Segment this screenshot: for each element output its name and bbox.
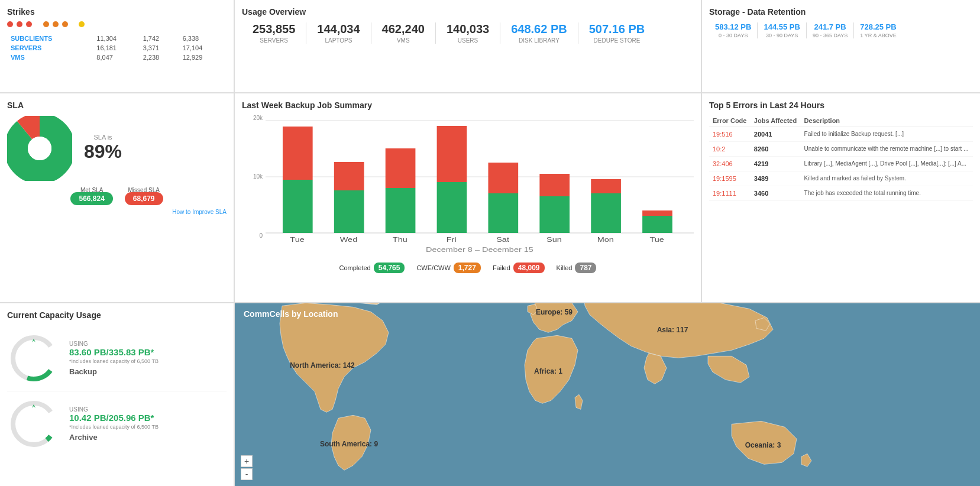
backup-gauge	[7, 332, 60, 385]
laptops-label: LAPTOPS	[317, 37, 360, 44]
svg-text:Oceania: 3: Oceania: 3	[745, 442, 781, 450]
svg-rect-19	[591, 193, 621, 233]
map-panel: CommCells by Location	[235, 303, 980, 486]
storage-0-30-label: 0 - 30 DAYS	[715, 33, 751, 38]
usage-metric-users: 140,033 USERS	[436, 22, 500, 44]
backup-title-label: Backup	[69, 367, 227, 376]
usage-metric-servers: 253,855 SERVERS	[242, 22, 306, 44]
zoom-out-button[interactable]: -	[241, 468, 253, 480]
legend-cwe: CWE/CWW 1,727	[416, 263, 480, 273]
table-row: 32:406 4219 Library [...], MediaAgent [.…	[709, 156, 973, 171]
zoom-in-button[interactable]: +	[241, 455, 253, 467]
strikes-dots	[7, 21, 227, 30]
table-row: 19:516 20041 Failed to initialize Backup…	[709, 127, 973, 141]
svg-text:North America: 142: North America: 142	[290, 362, 355, 370]
sla-title: SLA	[7, 101, 227, 110]
error-code-4[interactable]: 19:1111	[709, 186, 751, 200]
archive-gauge	[7, 397, 60, 451]
archive-title-label: Archive	[69, 433, 227, 442]
strikes-title: Strikes	[7, 7, 227, 17]
table-row: 19:1111 3460 The job has exceeded the to…	[709, 186, 973, 200]
table-row: VMS 8,047 2,238 12,929	[8, 53, 225, 61]
svg-point-2	[28, 137, 51, 160]
usage-metric-vms: 462,240 VMs	[371, 22, 436, 44]
storage-30-90: 144.55 PB 30 - 90 DAYS	[758, 22, 806, 38]
storage-0-30: 583.12 PB 0 - 30 DAYS	[709, 22, 758, 38]
cwe-count: 1,727	[454, 263, 481, 273]
legend-killed: Killed 787	[557, 263, 597, 273]
archive-note: *Includes loaned capacity of 6,500 TB	[69, 424, 227, 430]
sla-pie-chart	[7, 116, 72, 181]
strikes-table: SUBCLIENTS 11,304 1,742 6,338 SERVERS 16…	[7, 33, 227, 63]
users-value: 140,033	[447, 22, 489, 36]
error-code-2[interactable]: 32:406	[709, 156, 751, 171]
archive-value: 10.42 PB/205.96 PB*	[69, 413, 227, 423]
error-code-1[interactable]: 10:2	[709, 141, 751, 156]
subclients-col1: 11,304	[94, 34, 139, 43]
svg-text:Sat: Sat	[496, 236, 509, 243]
svg-rect-16	[488, 163, 518, 193]
storage-30-90-value: 144.55 PB	[764, 22, 800, 31]
svg-rect-22	[642, 210, 672, 216]
servers-col3: 17,104	[180, 44, 225, 52]
error-code-0[interactable]: 19:516	[709, 127, 751, 141]
storage-90-365-value: 241.7 PB	[813, 22, 848, 31]
jobs-4: 3460	[751, 186, 801, 200]
dot-yellow-1	[79, 21, 85, 27]
y-label-10k: 10k	[242, 173, 263, 180]
svg-text:Africa: 1: Africa: 1	[534, 368, 562, 376]
storage-1yr-label: 1 YR & ABOVE	[860, 33, 896, 38]
sla-info: SLA is 89%	[84, 134, 122, 163]
storage-panel: Storage - Data Retention 583.12 PB 0 - 3…	[702, 0, 980, 92]
jobs-0: 20041	[751, 127, 801, 141]
cwe-label: CWE/CWW	[416, 264, 450, 271]
svg-rect-21	[642, 216, 672, 233]
table-row: 10:2 8260 Unable to communicate with the…	[709, 141, 973, 156]
sla-panel: SLA SLA is 89% Met SLA 566,824 Missed SL…	[0, 93, 234, 303]
vms-value: 462,240	[382, 22, 425, 36]
subclients-col3: 6,338	[180, 34, 225, 43]
completed-label: Completed	[339, 264, 371, 271]
vms-label: VMS	[8, 53, 93, 61]
col-jobs-affected: Jobs Affected	[751, 115, 801, 127]
missed-sla-group: Missed SLA 68,679	[125, 187, 163, 203]
errors-table: Error Code Jobs Affected Description 19:…	[709, 115, 973, 201]
table-row: SUBCLIENTS 11,304 1,742 6,338	[8, 34, 225, 43]
backup-panel: Last Week Backup Job Summary 20k 10k 0 J…	[235, 93, 701, 303]
completed-count: 54,765	[374, 263, 405, 273]
subclients-label: SUBCLIENTS	[8, 34, 93, 43]
failed-label: Failed	[493, 264, 510, 271]
failed-count: 48,009	[513, 263, 545, 273]
world-map-svg: North America: 142 South America: 9 Euro…	[235, 303, 980, 486]
jobs-2: 4219	[751, 156, 801, 171]
svg-rect-10	[334, 162, 364, 190]
vms-col3: 12,929	[180, 53, 225, 61]
missed-sla-badge: 68,679	[125, 192, 163, 205]
capacity-archive: USING 10.42 PB/205.96 PB* *Includes loan…	[7, 391, 227, 456]
svg-text:Thu: Thu	[393, 236, 407, 243]
vms-col1: 8,047	[94, 53, 139, 61]
svg-rect-18	[539, 174, 570, 196]
subclients-col2: 1,742	[141, 34, 179, 43]
servers-col1: 16,181	[94, 44, 139, 52]
usage-metrics: 253,855 SERVERS 144,034 LAPTOPS 462,240 …	[242, 22, 694, 44]
dot-red-1	[7, 21, 13, 27]
svg-text:South America: 9: South America: 9	[320, 440, 379, 449]
met-sla-group: Met SLA 566,824	[70, 187, 112, 203]
desc-0: Failed to initialize Backup request. [..…	[801, 127, 973, 141]
users-label: USERS	[447, 37, 489, 44]
dot-red-2	[17, 21, 22, 27]
y-label-0: 0	[242, 232, 263, 239]
jobs-3: 3489	[751, 171, 801, 186]
storage-title: Storage - Data Retention	[709, 7, 973, 17]
chart-area-container: Job Count	[266, 115, 694, 257]
sla-badges: Met SLA 566,824 Missed SLA 68,679	[7, 187, 227, 203]
desc-2: Library [...], MediaAgent [...], Drive P…	[801, 156, 973, 171]
capacity-title: Current Capacity Usage	[7, 310, 227, 320]
usage-panel: Usage Overview 253,855 SERVERS 144,034 L…	[235, 0, 701, 92]
dashboard: Strikes SUBCLIENTS 11,304 1,742 6,338 SE…	[0, 0, 980, 486]
svg-rect-9	[334, 190, 364, 233]
improve-sla-link[interactable]: How to Improve SLA	[7, 209, 227, 215]
killed-label: Killed	[557, 264, 573, 271]
error-code-3[interactable]: 19:1595	[709, 171, 751, 186]
